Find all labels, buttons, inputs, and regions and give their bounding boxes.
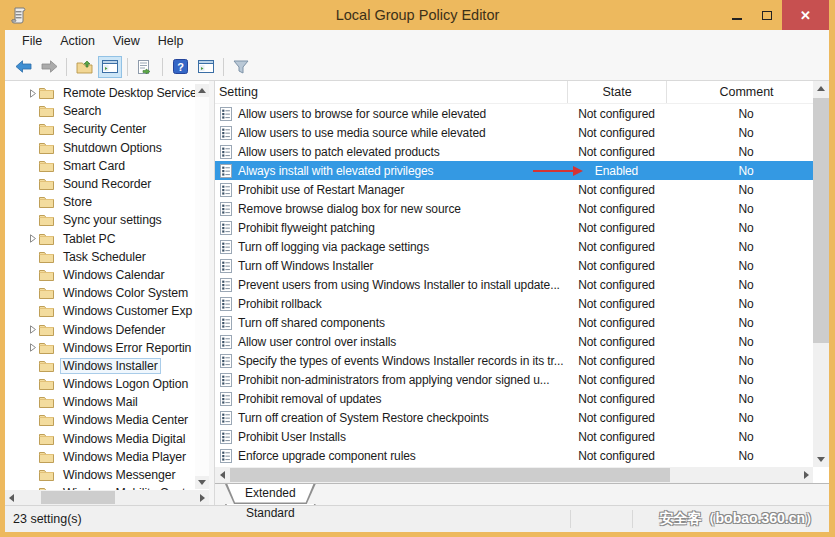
comment-cell: No [666,164,813,178]
expand-chevron-icon[interactable] [29,89,39,98]
setting-name: Turn off logging via package settings [238,240,429,254]
table-row[interactable]: Allow users to use media source while el… [215,123,813,142]
table-row[interactable]: Prevent users from using Windows Install… [215,275,813,294]
table-row[interactable]: Allow users to browse for source while e… [215,104,813,123]
list-scroll-right-button[interactable] [799,467,813,483]
tree-item-shutdown-options[interactable]: Shutdown Options [5,139,209,157]
table-row[interactable]: Prohibit flyweight patching Not configur… [215,218,813,237]
tree-item-windows-mail[interactable]: Windows Mail [5,393,209,411]
list-hscroll-thumb[interactable] [230,468,670,482]
show-window-icon[interactable] [194,56,218,78]
setting-name: Turn off Windows Installer [238,259,373,273]
state-cell: Not configured [567,183,666,197]
column-header-state[interactable]: State [567,81,666,103]
tree-horizontal-scrollbar[interactable] [5,490,209,505]
list-vscroll-thumb[interactable] [813,98,829,343]
tree-item-windows-media-digital[interactable]: Windows Media Digital [5,430,209,448]
maximize-button[interactable] [752,0,782,30]
table-row[interactable]: Turn off creation of System Restore chec… [215,408,813,427]
column-header-comment[interactable]: Comment [666,81,826,103]
show-console-tree-icon[interactable] [98,56,122,78]
tree-item-task-scheduler[interactable]: Task Scheduler [5,248,209,266]
back-icon[interactable] [11,56,35,78]
menu-help[interactable]: Help [149,30,193,53]
folder-icon [39,324,56,336]
policy-setting-icon [219,107,233,121]
table-row[interactable]: Allow user control over installs Not con… [215,332,813,351]
table-row[interactable]: Turn off logging via package settings No… [215,237,813,256]
list-scroll-up-button[interactable] [813,81,829,96]
state-cell: Not configured [567,297,666,311]
tree-item-sound-recorder[interactable]: Sound Recorder [5,175,209,193]
table-row[interactable]: Turn off shared components Not configure… [215,313,813,332]
tree-item-label: Windows Messenger [61,468,177,482]
table-row[interactable]: Turn off Windows Installer Not configure… [215,256,813,275]
tree-item-search[interactable]: Search [5,102,209,120]
setting-cell: Remove browse dialog box for new source [215,202,567,216]
close-button[interactable]: ✕ [782,0,829,30]
tree-item-security-center[interactable]: Security Center [5,120,209,138]
list-scroll-left-button[interactable] [215,467,229,483]
comment-cell: No [666,335,813,349]
tree-vertical-scrollbar[interactable] [195,84,209,489]
table-row[interactable]: Allow users to patch elevated products N… [215,142,813,161]
menu-view[interactable]: View [104,30,149,53]
setting-name: Prohibit flyweight patching [238,221,375,235]
tree-scroll-left-button[interactable] [5,490,18,505]
minimize-button[interactable] [722,0,752,30]
list-vertical-scrollbar[interactable] [813,81,829,467]
tree-item-label: Store [61,195,94,209]
setting-name: Turn off shared components [238,316,385,330]
tree-scroll-up-button[interactable] [195,84,209,97]
comment-cell: No [666,411,813,425]
expand-chevron-icon[interactable] [29,343,39,352]
list-horizontal-scrollbar[interactable] [215,467,813,483]
tree-item-sync-your-settings[interactable]: Sync your settings [5,211,209,229]
tree-item-windows-messenger[interactable]: Windows Messenger [5,466,209,484]
tree-item-windows-customer-exp[interactable]: Windows Customer Exp [5,302,209,320]
filter-icon[interactable] [229,56,253,78]
menu-file[interactable]: File [13,30,51,53]
list-scroll-down-button[interactable] [813,452,829,467]
table-row[interactable]: Prohibit non-administrators from applyin… [215,370,813,389]
folder-icon [39,233,56,245]
table-row[interactable]: Enforce upgrade component rules Not conf… [215,446,813,465]
table-row[interactable]: Specify the types of events Windows Inst… [215,351,813,370]
tree-item-store[interactable]: Store [5,193,209,211]
help-icon[interactable]: ? [168,56,192,78]
setting-name: Remove browse dialog box for new source [238,202,461,216]
table-row[interactable]: Prohibit rollback Not configured No [215,294,813,313]
tree-item-windows-installer[interactable]: Windows Installer [5,357,209,375]
expand-chevron-icon[interactable] [29,325,39,334]
table-row[interactable]: Prohibit User Installs Not configured No [215,427,813,446]
column-header-setting[interactable]: Setting [215,81,567,103]
tree-item-windows-media-player[interactable]: Windows Media Player [5,448,209,466]
tree-scroll-down-button[interactable] [195,476,209,489]
tree-item-windows-defender[interactable]: Windows Defender [5,320,209,338]
forward-icon[interactable] [37,56,61,78]
tree-item-windows-media-center[interactable]: Windows Media Center [5,411,209,429]
table-row[interactable]: Prohibit removal of updates Not configur… [215,389,813,408]
tree-scroll-right-button[interactable] [196,490,209,505]
export-list-icon[interactable] [133,56,157,78]
tree-item-windows-color-system[interactable]: Windows Color System [5,284,209,302]
expand-chevron-icon[interactable] [29,234,39,243]
tree-item-windows-error-reportin[interactable]: Windows Error Reportin [5,339,209,357]
up-one-level-folder-icon[interactable] [72,56,96,78]
state-cell: Not configured [567,240,666,254]
tree-hscroll-thumb[interactable] [41,491,115,504]
tree-item-remote-desktop-service[interactable]: Remote Desktop Service [5,84,209,102]
tree-item-windows-logon-option[interactable]: Windows Logon Option [5,375,209,393]
scroll-right-icon [804,471,809,479]
tree-item-tablet-pc[interactable]: Tablet PC [5,230,209,248]
tree-item-smart-card[interactable]: Smart Card [5,157,209,175]
state-cell: Not configured [567,449,666,463]
tree-item-label: Windows Customer Exp [61,304,194,318]
setting-name: Allow users to use media source while el… [238,126,486,140]
table-row[interactable]: Prohibit use of Restart Manager Not conf… [215,180,813,199]
tab-extended[interactable]: Extended [225,484,316,504]
table-row[interactable]: Always install with elevated privileges … [215,161,813,180]
table-row[interactable]: Remove browse dialog box for new source … [215,199,813,218]
menu-action[interactable]: Action [51,30,104,53]
tree-item-windows-calendar[interactable]: Windows Calendar [5,266,209,284]
